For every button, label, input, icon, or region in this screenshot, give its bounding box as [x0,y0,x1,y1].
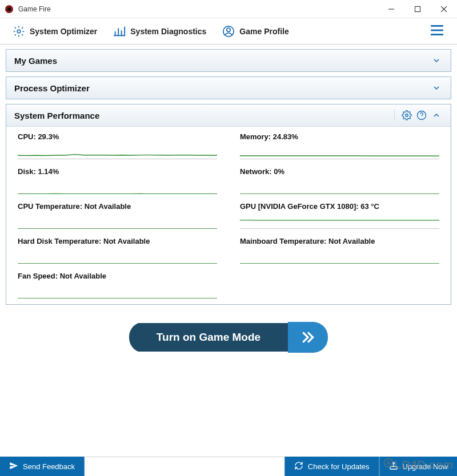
stat-gpu-label: GPU [NVIDIA GeForce GTX 1080]: 63 °C [240,202,439,211]
stat-gpu-chart [240,215,439,229]
check-updates-button[interactable]: Check for Updates [284,457,379,476]
window-title: Game Fire [18,5,378,13]
stat-fan: Fan Speed: Not Available [18,272,217,298]
close-button[interactable] [431,0,457,18]
system-performance-panel: System Performance CPU: 29.3% [6,104,451,305]
svg-point-17 [406,114,408,117]
titlebar: Game Fire [0,0,457,18]
stat-memory: Memory: 24.83% [240,132,439,159]
help-icon[interactable] [415,109,428,122]
stat-hdd-temp-chart [18,250,217,264]
stat-mb-temp: Mainboard Temperature: Not Available [240,237,439,264]
stat-fan-chart [18,285,217,298]
content-area: My Games Process Optimizer System Perfor… [0,45,457,362]
stat-memory-chart [240,146,439,159]
svg-point-1 [7,7,11,11]
cta-wrap: Turn on Game Mode [6,309,451,357]
check-updates-label: Check for Updates [308,462,370,471]
refresh-icon [294,461,303,472]
send-feedback-label: Send Feedback [23,462,75,471]
stat-fan-label: Fan Speed: Not Available [18,272,217,280]
stat-disk-chart [18,180,217,194]
svg-point-6 [17,30,21,33]
chevron-down-icon [430,82,443,94]
svg-point-18 [418,111,426,120]
upgrade-icon [389,461,398,472]
app-icon [5,5,14,14]
double-chevron-right-icon [288,322,328,353]
stat-gpu: GPU [NVIDIA GeForce GTX 1080]: 63 °C [240,202,439,229]
settings-icon[interactable] [400,109,413,122]
my-games-title: My Games [14,56,57,66]
system-performance-title: System Performance [14,111,99,120]
game-profile-button[interactable]: Game Profile [214,22,296,41]
my-games-header[interactable]: My Games [6,50,451,71]
stat-cpu: CPU: 29.3% [18,132,217,159]
system-optimizer-label: System Optimizer [30,27,97,36]
chevron-up-icon [430,109,443,122]
system-performance-body: CPU: 29.3% Memory: 24.83% Disk: 1.14% Ne… [6,126,451,304]
system-performance-header[interactable]: System Performance [6,104,451,126]
bar-chart-icon [113,25,126,38]
stat-cpu-temp-label: CPU Temperature: Not Available [18,202,217,211]
stat-cpu-temp-chart [18,215,217,229]
stat-network-chart [240,180,439,194]
footer: Send Feedback Check for Updates Upgrade … [0,457,457,476]
stat-hdd-temp: Hard Disk Temperature: Not Available [18,237,217,264]
stat-disk-label: Disk: 1.14% [18,167,217,176]
stat-network: Network: 0% [240,167,439,194]
gear-icon [13,25,25,38]
my-games-panel: My Games [6,49,451,72]
system-optimizer-button[interactable]: System Optimizer [5,22,105,41]
svg-rect-3 [415,6,420,11]
turn-on-game-mode-button[interactable]: Turn on Game Mode [129,322,328,353]
process-optimizer-title: Process Optimizer [14,83,90,93]
send-icon [9,461,18,472]
game-profile-label: Game Profile [239,27,288,36]
toolbar: System Optimizer System Diagnostics Game… [0,18,457,45]
stat-cpu-chart [18,146,217,159]
svg-rect-29 [390,466,397,469]
cta-label: Turn on Game Mode [129,323,288,352]
menu-button[interactable] [422,19,452,43]
upgrade-now-label: Upgrade Now [403,462,448,471]
chevron-down-icon [430,54,443,67]
stat-cpu-temp: CPU Temperature: Not Available [18,202,217,229]
svg-point-13 [227,28,230,31]
system-diagnostics-label: System Diagnostics [130,27,206,36]
stat-memory-label: Memory: 24.83% [240,132,439,141]
stat-disk: Disk: 1.14% [18,167,217,194]
send-feedback-button[interactable]: Send Feedback [0,457,85,476]
stat-mb-temp-label: Mainboard Temperature: Not Available [240,237,439,245]
process-optimizer-header[interactable]: Process Optimizer [6,77,451,99]
minimize-button[interactable] [378,0,404,18]
profile-icon [222,25,235,38]
stat-mb-temp-chart [240,250,439,264]
upgrade-now-button[interactable]: Upgrade Now [379,457,458,476]
separator [394,110,395,121]
process-optimizer-panel: Process Optimizer [6,76,451,99]
stat-cpu-label: CPU: 29.3% [18,132,217,141]
stat-hdd-temp-label: Hard Disk Temperature: Not Available [18,237,217,245]
footer-spacer [85,457,284,476]
system-diagnostics-button[interactable]: System Diagnostics [105,22,214,41]
stat-network-label: Network: 0% [240,167,439,176]
maximize-button[interactable] [404,0,431,18]
